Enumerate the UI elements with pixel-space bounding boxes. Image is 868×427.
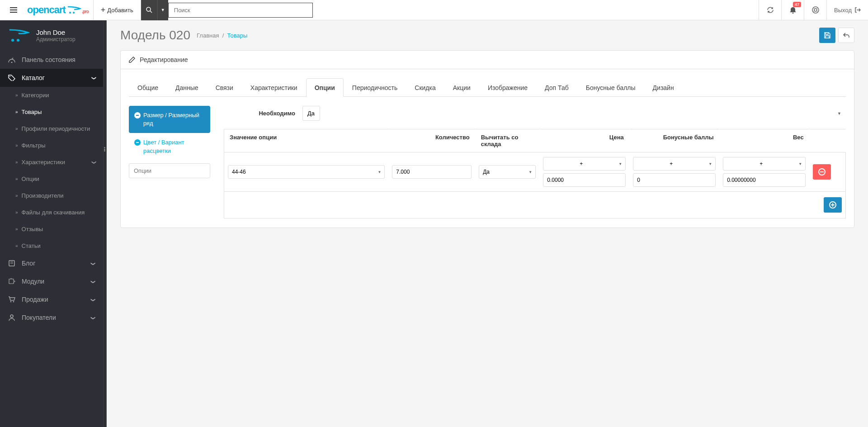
tab-discount[interactable]: Скидка [406,78,444,97]
chevron-icon: ❯ [91,280,96,283]
svg-point-4 [73,12,75,14]
sidebar: John Doe Администратор Панель состояния … [0,20,103,427]
logout-label: Выход [834,7,852,14]
submenu-reviews[interactable]: »Отзывы [0,221,103,237]
points-sign-select[interactable]: + [633,157,716,171]
panel-title: Редактирование [140,56,188,63]
chevron-icon: ❯ [92,161,97,164]
th-points: Бонусные баллы [629,129,719,152]
tab-doptab[interactable]: Доп Таб [536,78,577,97]
points-input[interactable] [633,173,716,187]
submenu-label: Профили периодичности [22,125,90,132]
tabs: Общие Данные Связи Характеристики Опции … [129,78,846,97]
panel-body: Общие Данные Связи Характеристики Опции … [121,69,854,228]
back-button[interactable] [838,28,854,43]
submenu-attributes[interactable]: »Характеристики❯ [0,154,103,171]
menu-label: Продажи [22,296,48,303]
submenu-label: Товары [22,109,42,115]
menu-modules[interactable]: Модули ❯ [0,272,103,290]
menu-customers[interactable]: Покупатели ❯ [0,308,103,327]
option-nav-size[interactable]: Размер / Размерный ряд [129,106,210,133]
search-button[interactable] [141,0,157,20]
required-label: Необходимо [224,110,302,117]
th-subtract: Вычитать со склада [475,129,539,152]
submenu-label: Опции [22,176,39,182]
sidebar-resize-handle[interactable] [103,20,107,427]
tab-links[interactable]: Связи [207,78,242,97]
tab-general[interactable]: Общие [129,78,167,97]
tab-reward[interactable]: Бонусные баллы [577,78,644,97]
submenu-label: Категории [22,92,49,99]
tab-special[interactable]: Акции [444,78,479,97]
search-input[interactable] [168,3,313,18]
option-value-select[interactable]: 44-46 [228,165,385,179]
svg-line-10 [816,8,818,9]
shopping-cart-icon [8,296,15,303]
crumb-products[interactable]: Товары [227,32,248,39]
plus-icon: + [101,5,106,15]
save-button[interactable] [819,28,835,43]
weight-input[interactable] [723,173,806,187]
submenu-filters[interactable]: »Фильтры [0,137,103,154]
table-footer-row [224,192,846,218]
search-dropdown[interactable]: ▼ [157,0,168,20]
content-area: Модель 020 Главная / Товары Редактирован… [107,20,868,427]
submenu-manufacturers[interactable]: »Производители [0,187,103,204]
hamburger-icon [10,7,17,13]
tab-option[interactable]: Опции [306,78,344,97]
angle-icon: » [15,93,18,98]
tab-recurring[interactable]: Периодичность [344,78,406,97]
menu-catalog[interactable]: Каталог ❮ [0,69,103,87]
options-body: Необходимо Да Значение опции [224,106,846,218]
price-input[interactable] [543,173,626,187]
price-sign-select[interactable]: + [543,157,626,171]
tab-data[interactable]: Данные [167,78,207,97]
required-select[interactable]: Да [302,106,320,121]
options-autocomplete-input[interactable] [129,163,210,178]
refresh-button[interactable] [759,0,781,20]
minus-circle-icon [134,139,141,146]
quantity-input[interactable] [392,165,472,179]
submenu-recurring[interactable]: »Профили периодичности [0,120,103,137]
add-row-button[interactable] [824,197,842,213]
plus-circle-icon [829,201,836,209]
refresh-icon [767,6,774,14]
menu-toggle-button[interactable] [0,0,27,20]
submenu-downloads[interactable]: »Файлы для скачивания [0,204,103,221]
submenu-options[interactable]: »Опции [0,171,103,187]
menu-dashboard[interactable]: Панель состояния [0,51,103,69]
panel-header: Редактирование [121,51,854,69]
breadcrumb: Главная / Товары [197,32,247,39]
menu-blog[interactable]: Блог ❯ [0,254,103,272]
th-quantity: Количество [388,129,475,152]
logout-button[interactable]: Выход [826,0,868,20]
chevron-icon: ❯ [91,316,96,319]
angle-icon: » [15,176,18,181]
option-nav-label: Размер / Размерный ряд [143,111,205,128]
subtract-select[interactable]: Да [479,165,536,179]
svg-point-14 [17,39,19,42]
svg-point-21 [13,301,14,303]
angle-icon: » [15,243,18,248]
crumb-home[interactable]: Главная [197,32,219,39]
tab-design[interactable]: Дизайн [644,78,683,97]
chevron-icon: ❮ [91,76,96,80]
logo[interactable]: opencart .pro [27,4,93,16]
profile-block[interactable]: John Doe Администратор [0,20,103,51]
remove-row-button[interactable] [813,164,831,180]
submenu-articles[interactable]: »Статьи [0,237,103,254]
add-button[interactable]: +Добавить [93,0,141,20]
tab-attribute[interactable]: Характеристики [242,78,306,97]
menu-sales[interactable]: Продажи ❯ [0,290,103,308]
help-button[interactable] [804,0,826,20]
notifications-button[interactable]: 47 [781,0,804,20]
option-nav-color[interactable]: Цвет / Вариант расцветки [129,133,210,160]
save-icon [824,32,830,38]
svg-point-22 [10,315,13,318]
tab-image[interactable]: Изображение [479,78,536,97]
weight-sign-select[interactable]: + [723,157,806,171]
svg-line-6 [150,11,152,13]
submenu-categories[interactable]: »Категории [0,87,103,104]
submenu-products[interactable]: »Товары [0,104,103,120]
notification-badge: 47 [793,2,801,7]
